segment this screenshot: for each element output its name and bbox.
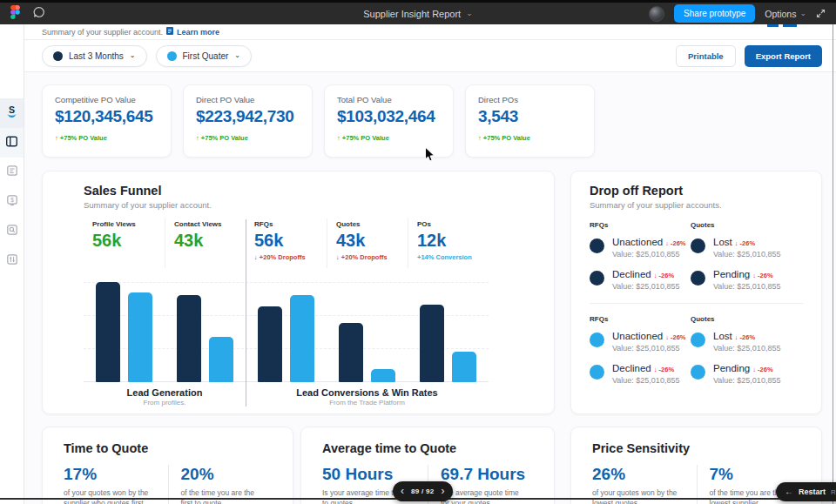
stat-value: 43k [174,231,246,251]
main-row: Sales Funnel Summary of your supplier ac… [42,171,822,414]
series-dot-navy [590,271,604,286]
sidebar-item-filters[interactable] [0,246,24,276]
kpi-value: $223,942,730 [196,107,300,126]
share-prototype-button[interactable]: Share prototype [674,4,755,23]
item-name: Unactioned [612,331,663,341]
sales-funnel-title: Sales Funnel [84,184,554,198]
chevron-down-icon: ⌄ [130,51,136,59]
funnel-bar-chart [84,272,489,382]
series-dot-sky [590,333,604,347]
series-dot-sky [691,365,705,380]
sidebar-item-search[interactable] [0,217,24,246]
funnel-stat-quotes: Quotes 43k ↓ +20% Dropoffs [327,218,408,268]
kpi-label: Total PO Value [337,95,441,104]
item-delta: ↓ -26% [654,272,674,279]
stat-value: 69.7 Hours [441,465,524,484]
item-value: Value: $25,010,855 [713,250,780,259]
filter-dropdown-first-quater[interactable]: First Quater ⌄ [156,45,253,67]
stat-value: 20% [181,465,264,484]
funnel-bar-first-quater [209,337,233,382]
drop-off-group-last-3-months: RFQs Unactioned↓ -26% Value: $25,010,855 [590,221,803,301]
stat-value: 12k [417,231,489,251]
group-label-lead-conversions: Lead Conversions & Win Rates From the Tr… [246,387,489,407]
sidebar-item-dashboard[interactable] [0,128,24,158]
prototype-title[interactable]: Supplier Insight Report ⌄ [363,9,472,19]
kpi-label: Direct POs [478,95,582,104]
document-icon [166,27,173,37]
clipped-element [767,24,779,27]
funnel-stat-contact-views: Contact Views 43k [165,218,246,268]
stat-desc: of the time you are the first to quote. [181,488,264,504]
item-name: Lost [713,331,732,341]
dollar-message-icon: $ [6,194,18,210]
sidebar-nav: S [0,24,24,504]
filter-dropdown-last-3-months[interactable]: Last 3 Months ⌄ [42,45,147,67]
chevron-left-icon[interactable]: ‹ [401,486,404,496]
figma-toolbar: Supplier Insight Report ⌄ Share prototyp… [0,0,836,24]
fullscreen-icon[interactable] [816,6,826,22]
back-arrow-icon: ← [785,487,793,496]
avatar[interactable] [649,6,664,22]
stat-value: 56k [254,231,327,251]
supplier-logo-icon: S [4,104,19,123]
funnel-bar-first-quater [371,369,395,382]
stat-value: 17% [64,465,159,484]
item-name: Pending [713,269,750,279]
prototype-pager[interactable]: ‹ 89 / 92 › [393,481,453,501]
drop-off-item: Declined↓ -26% Value: $25,010,855 [590,269,691,291]
drop-off-item: Pending↓ -26% Value: $25,010,855 [691,269,803,291]
svg-text:$: $ [10,197,14,203]
item-delta: ↓ -26% [735,239,755,247]
card-title: Average time to Quote [322,441,533,455]
stat-label: Contact Views [174,220,246,228]
pager-position: 89 / 92 [411,487,435,495]
item-value: Value: $25,010,855 [713,376,780,385]
svg-text:S: S [9,104,15,115]
printable-button[interactable]: Printable [676,45,736,67]
item-delta: ↓ -26% [752,366,772,373]
chevron-down-icon: ⌄ [799,9,806,17]
stat-label: RFQs [254,220,327,228]
chart-group-lead-generation [84,272,246,382]
screen: Supplier Insight Report ⌄ Share prototyp… [0,0,836,504]
item-value: Value: $25,010,855 [713,282,780,291]
item-value: Value: $25,010,855 [713,344,780,353]
chevron-right-icon[interactable]: › [442,486,445,496]
export-report-button[interactable]: Export Report [745,45,822,67]
comment-icon[interactable] [33,6,45,22]
series-dot-sky [590,365,604,380]
item-name: Declined [612,269,651,279]
options-button[interactable]: Options ⌄ [765,9,806,19]
stat-desc: of your quotes won by the lowest quotes. [592,488,688,504]
column-header: RFQs [590,315,691,323]
prototype-title-text: Supplier Insight Report [363,9,461,19]
series-dot-sky [691,333,705,347]
drop-off-column-rfqs: RFQs Unactioned↓ -26% Value: $25,010,855 [590,221,691,301]
drop-off-item: Declined↓ -26% Value: $25,010,855 [590,363,691,385]
stat-note [92,253,165,261]
card-title: Time to Quote [64,441,272,455]
drop-off-title: Drop off Report [590,184,803,198]
clipped-element [783,24,797,27]
summary-strip: Summary of your supplier account. Learn … [24,24,836,40]
chevron-down-icon: ⌄ [234,51,240,59]
funnel-stat-profile-views: Profile Views 56k [84,218,165,268]
drop-off-item: Unactioned↓ -26% Value: $25,010,855 [590,237,691,259]
sidebar-item-payments[interactable]: $ [0,187,24,217]
drop-off-item: Unactioned↓ -26% Value: $25,010,855 [590,331,691,353]
bar-pair [420,305,476,382]
figma-logo-icon[interactable] [10,5,20,23]
learn-more-link[interactable]: Learn more [177,28,219,37]
kpi-value: $103,032,464 [337,107,441,126]
stat-label: Profile Views [92,220,165,228]
filter-bar: Last 3 Months ⌄ First Quater ⌄ Printable… [24,40,836,72]
funnel-stat-rfqs: RFQs 56k ↓ +20% Dropoffs [246,218,327,268]
column-header: Quotes [691,221,803,229]
stat-note: +14% Conversion [417,253,489,261]
sidebar-item-reports[interactable] [0,158,24,187]
restart-button[interactable]: ← Restart R [776,482,836,501]
sidebar-item-logo[interactable]: S [0,98,24,128]
kpi-delta: ↑ +75% PO Value [196,134,300,142]
search-icon [6,224,18,239]
series-dot-navy [691,271,705,286]
